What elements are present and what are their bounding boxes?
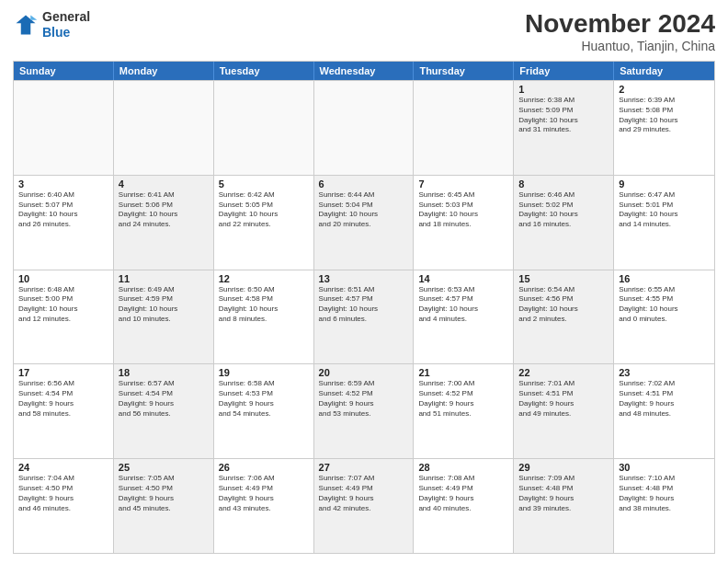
cell-info: Sunrise: 6:53 AM Sunset: 4:57 PM Dayligh… bbox=[418, 285, 508, 325]
logo: General Blue bbox=[13, 9, 90, 40]
header: General Blue November 2024 Huantuo, Tian… bbox=[13, 9, 715, 53]
day-number: 15 bbox=[518, 273, 609, 284]
cell-info: Sunrise: 7:07 AM Sunset: 4:49 PM Dayligh… bbox=[319, 474, 409, 513]
cell-info: Sunrise: 6:51 AM Sunset: 4:57 PM Dayligh… bbox=[319, 285, 409, 325]
calendar-cell: 10Sunrise: 6:48 AM Sunset: 5:00 PM Dayli… bbox=[14, 270, 114, 364]
svg-marker-1 bbox=[30, 15, 37, 19]
day-number: 22 bbox=[518, 367, 609, 378]
day-number: 6 bbox=[319, 178, 409, 190]
cell-info: Sunrise: 6:49 AM Sunset: 4:59 PM Dayligh… bbox=[119, 285, 209, 325]
calendar-cell: 29Sunrise: 7:09 AM Sunset: 4:48 PM Dayli… bbox=[514, 459, 614, 553]
day-number: 13 bbox=[319, 273, 409, 284]
cell-info: Sunrise: 6:41 AM Sunset: 5:06 PM Dayligh… bbox=[119, 190, 209, 230]
cell-info: Sunrise: 6:59 AM Sunset: 4:52 PM Dayligh… bbox=[319, 379, 409, 419]
calendar-row-3: 10Sunrise: 6:48 AM Sunset: 5:00 PM Dayli… bbox=[14, 270, 714, 364]
day-number: 28 bbox=[418, 462, 508, 473]
calendar-cell: 1Sunrise: 6:38 AM Sunset: 5:09 PM Daylig… bbox=[514, 81, 614, 175]
cell-info: Sunrise: 6:58 AM Sunset: 4:53 PM Dayligh… bbox=[219, 379, 309, 419]
day-number: 26 bbox=[219, 462, 309, 473]
cell-info: Sunrise: 6:46 AM Sunset: 5:02 PM Dayligh… bbox=[518, 190, 609, 230]
day-number: 4 bbox=[119, 178, 209, 190]
day-number: 30 bbox=[619, 462, 710, 473]
calendar-cell: 20Sunrise: 6:59 AM Sunset: 4:52 PM Dayli… bbox=[314, 364, 415, 458]
day-number: 9 bbox=[619, 178, 710, 190]
day-number: 16 bbox=[619, 273, 710, 284]
month-title: November 2024 bbox=[525, 9, 715, 39]
calendar-body: 1Sunrise: 6:38 AM Sunset: 5:09 PM Daylig… bbox=[14, 80, 714, 553]
cell-info: Sunrise: 7:08 AM Sunset: 4:49 PM Dayligh… bbox=[418, 474, 508, 513]
cell-info: Sunrise: 6:48 AM Sunset: 5:00 PM Dayligh… bbox=[18, 285, 108, 325]
calendar-cell bbox=[314, 81, 415, 175]
calendar-cell: 8Sunrise: 6:46 AM Sunset: 5:02 PM Daylig… bbox=[514, 176, 614, 270]
day-number: 3 bbox=[18, 178, 108, 190]
cell-info: Sunrise: 6:40 AM Sunset: 5:07 PM Dayligh… bbox=[18, 190, 108, 230]
header-cell-friday: Friday bbox=[514, 62, 614, 80]
cell-info: Sunrise: 7:02 AM Sunset: 4:51 PM Dayligh… bbox=[619, 379, 710, 419]
day-number: 12 bbox=[219, 273, 309, 284]
cell-info: Sunrise: 6:44 AM Sunset: 5:04 PM Dayligh… bbox=[319, 190, 409, 230]
cell-info: Sunrise: 6:55 AM Sunset: 4:55 PM Dayligh… bbox=[619, 285, 710, 325]
calendar-cell: 30Sunrise: 7:10 AM Sunset: 4:48 PM Dayli… bbox=[614, 459, 714, 553]
cell-info: Sunrise: 6:56 AM Sunset: 4:54 PM Dayligh… bbox=[18, 379, 108, 419]
calendar-cell: 26Sunrise: 7:06 AM Sunset: 4:49 PM Dayli… bbox=[214, 459, 314, 553]
calendar-cell: 4Sunrise: 6:41 AM Sunset: 5:06 PM Daylig… bbox=[114, 176, 214, 270]
day-number: 11 bbox=[119, 273, 209, 284]
cell-info: Sunrise: 6:47 AM Sunset: 5:01 PM Dayligh… bbox=[619, 190, 710, 230]
cell-info: Sunrise: 6:38 AM Sunset: 5:09 PM Dayligh… bbox=[518, 96, 609, 135]
cell-info: Sunrise: 6:50 AM Sunset: 4:58 PM Dayligh… bbox=[219, 285, 309, 325]
calendar-cell: 23Sunrise: 7:02 AM Sunset: 4:51 PM Dayli… bbox=[614, 364, 714, 458]
cell-info: Sunrise: 6:54 AM Sunset: 4:56 PM Dayligh… bbox=[518, 285, 609, 325]
calendar-cell: 27Sunrise: 7:07 AM Sunset: 4:49 PM Dayli… bbox=[314, 459, 415, 553]
calendar-row-1: 1Sunrise: 6:38 AM Sunset: 5:09 PM Daylig… bbox=[14, 80, 714, 175]
day-number: 18 bbox=[119, 367, 209, 378]
day-number: 21 bbox=[418, 367, 508, 378]
calendar: SundayMondayTuesdayWednesdayThursdayFrid… bbox=[13, 61, 715, 554]
calendar-cell: 5Sunrise: 6:42 AM Sunset: 5:05 PM Daylig… bbox=[214, 176, 314, 270]
calendar-cell: 28Sunrise: 7:08 AM Sunset: 4:49 PM Dayli… bbox=[414, 459, 514, 553]
day-number: 23 bbox=[619, 367, 710, 378]
calendar-cell: 13Sunrise: 6:51 AM Sunset: 4:57 PM Dayli… bbox=[314, 270, 415, 364]
day-number: 14 bbox=[418, 273, 508, 284]
calendar-cell: 9Sunrise: 6:47 AM Sunset: 5:01 PM Daylig… bbox=[614, 176, 714, 270]
calendar-cell: 15Sunrise: 6:54 AM Sunset: 4:56 PM Dayli… bbox=[514, 270, 614, 364]
calendar-cell: 22Sunrise: 7:01 AM Sunset: 4:51 PM Dayli… bbox=[514, 364, 614, 458]
calendar-cell: 17Sunrise: 6:56 AM Sunset: 4:54 PM Dayli… bbox=[14, 364, 114, 458]
logo-icon bbox=[13, 12, 39, 38]
day-number: 7 bbox=[418, 178, 508, 190]
cell-info: Sunrise: 6:39 AM Sunset: 5:08 PM Dayligh… bbox=[619, 96, 710, 135]
calendar-cell bbox=[114, 81, 214, 175]
page: General Blue November 2024 Huantuo, Tian… bbox=[0, 0, 728, 563]
calendar-cell: 2Sunrise: 6:39 AM Sunset: 5:08 PM Daylig… bbox=[614, 81, 714, 175]
title-block: November 2024 Huantuo, Tianjin, China bbox=[525, 9, 715, 53]
day-number: 25 bbox=[119, 462, 209, 473]
calendar-header: SundayMondayTuesdayWednesdayThursdayFrid… bbox=[14, 62, 714, 80]
cell-info: Sunrise: 7:05 AM Sunset: 4:50 PM Dayligh… bbox=[119, 474, 209, 513]
header-cell-sunday: Sunday bbox=[14, 62, 114, 80]
calendar-row-4: 17Sunrise: 6:56 AM Sunset: 4:54 PM Dayli… bbox=[14, 363, 714, 458]
day-number: 10 bbox=[18, 273, 108, 284]
header-cell-monday: Monday bbox=[114, 62, 214, 80]
cell-info: Sunrise: 6:57 AM Sunset: 4:54 PM Dayligh… bbox=[119, 379, 209, 419]
calendar-cell: 21Sunrise: 7:00 AM Sunset: 4:52 PM Dayli… bbox=[414, 364, 514, 458]
calendar-cell bbox=[214, 81, 314, 175]
day-number: 29 bbox=[518, 462, 609, 473]
cell-info: Sunrise: 7:09 AM Sunset: 4:48 PM Dayligh… bbox=[518, 474, 609, 513]
day-number: 17 bbox=[18, 367, 108, 378]
cell-info: Sunrise: 7:01 AM Sunset: 4:51 PM Dayligh… bbox=[518, 379, 609, 419]
logo-text: General Blue bbox=[42, 9, 90, 40]
calendar-cell: 18Sunrise: 6:57 AM Sunset: 4:54 PM Dayli… bbox=[114, 364, 214, 458]
calendar-cell: 14Sunrise: 6:53 AM Sunset: 4:57 PM Dayli… bbox=[414, 270, 514, 364]
calendar-cell: 16Sunrise: 6:55 AM Sunset: 4:55 PM Dayli… bbox=[614, 270, 714, 364]
day-number: 2 bbox=[619, 84, 710, 95]
cell-info: Sunrise: 7:06 AM Sunset: 4:49 PM Dayligh… bbox=[219, 474, 309, 513]
calendar-cell: 19Sunrise: 6:58 AM Sunset: 4:53 PM Dayli… bbox=[214, 364, 314, 458]
calendar-cell bbox=[14, 81, 114, 175]
cell-info: Sunrise: 6:45 AM Sunset: 5:03 PM Dayligh… bbox=[418, 190, 508, 230]
calendar-row-2: 3Sunrise: 6:40 AM Sunset: 5:07 PM Daylig… bbox=[14, 175, 714, 270]
cell-info: Sunrise: 7:10 AM Sunset: 4:48 PM Dayligh… bbox=[619, 474, 710, 513]
day-number: 20 bbox=[319, 367, 409, 378]
calendar-cell bbox=[414, 81, 514, 175]
location: Huantuo, Tianjin, China bbox=[525, 39, 715, 53]
calendar-cell: 24Sunrise: 7:04 AM Sunset: 4:50 PM Dayli… bbox=[14, 459, 114, 553]
header-cell-wednesday: Wednesday bbox=[314, 62, 415, 80]
